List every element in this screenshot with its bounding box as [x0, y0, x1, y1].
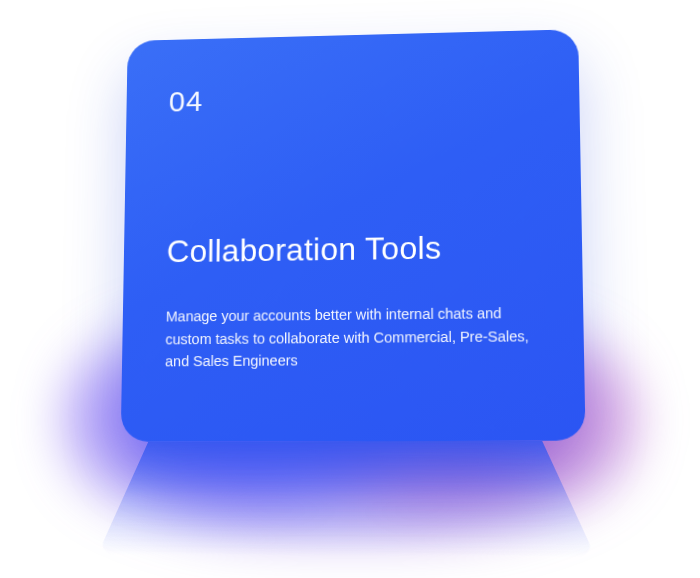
card-title: Collaboration Tools: [167, 227, 538, 270]
feature-card-wrapper: 04 Collaboration Tools Manage your accou…: [121, 29, 586, 442]
card-reflection: [97, 441, 596, 558]
card-description: Manage your accounts better with interna…: [165, 302, 537, 373]
card-number: 04: [169, 77, 536, 118]
feature-card: 04 Collaboration Tools Manage your accou…: [121, 29, 586, 442]
